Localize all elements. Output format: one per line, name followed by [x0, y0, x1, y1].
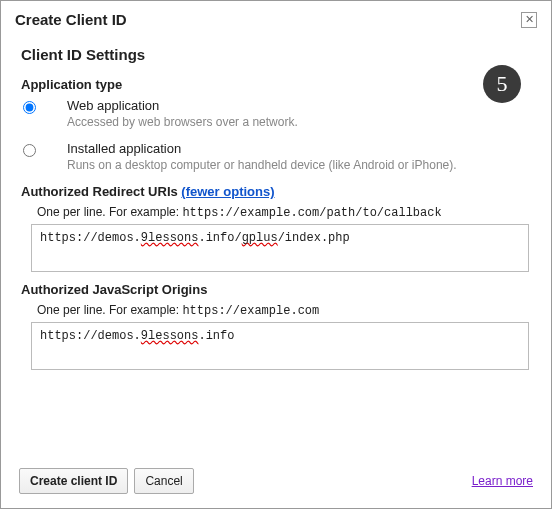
dialog-header: Create Client ID ✕ — [1, 1, 551, 34]
redirect-uris-input[interactable]: https://demos.9lessons.info/gplus/index.… — [31, 224, 529, 272]
radio-desc: Accessed by web browsers over a network. — [67, 115, 531, 129]
settings-heading: Client ID Settings — [21, 46, 531, 63]
cancel-button[interactable]: Cancel — [134, 468, 193, 494]
js-origins-heading: Authorized JavaScript Origins — [21, 282, 531, 297]
app-type-option-installed: Installed application Runs on a desktop … — [21, 141, 531, 172]
redirect-heading-text: Authorized Redirect URIs — [21, 184, 181, 199]
fewer-options-link[interactable]: (fewer options) — [181, 184, 274, 199]
learn-more-link[interactable]: Learn more — [472, 474, 533, 488]
js-origins-hint-example: https://example.com — [182, 304, 319, 318]
radio-label: Installed application — [67, 141, 531, 156]
radio-installed-application[interactable] — [23, 144, 36, 157]
redirect-hint-example: https://example.com/path/to/callback — [182, 206, 441, 220]
radio-web-application[interactable] — [23, 101, 36, 114]
js-origins-hint: One per line. For example: https://examp… — [37, 303, 531, 318]
redirect-hint-prefix: One per line. For example: — [37, 205, 182, 219]
dialog-footer: Create client ID Cancel Learn more — [1, 458, 551, 508]
dialog-body: 5 Client ID Settings Application type We… — [1, 34, 551, 458]
js-origins-hint-prefix: One per line. For example: — [37, 303, 182, 317]
dialog-title: Create Client ID — [15, 11, 127, 28]
redirect-hint: One per line. For example: https://examp… — [37, 205, 531, 220]
create-client-id-dialog: Create Client ID ✕ 5 Client ID Settings … — [0, 0, 552, 509]
radio-desc: Runs on a desktop computer or handheld d… — [67, 158, 531, 172]
app-type-heading: Application type — [21, 77, 531, 92]
create-client-id-button[interactable]: Create client ID — [19, 468, 128, 494]
close-icon[interactable]: ✕ — [521, 12, 537, 28]
js-origins-input[interactable]: https://demos.9lessons.info — [31, 322, 529, 370]
radio-label: Web application — [67, 98, 531, 113]
app-type-option-web: Web application Accessed by web browsers… — [21, 98, 531, 129]
redirect-uris-heading: Authorized Redirect URIs (fewer options) — [21, 184, 531, 199]
step-badge: 5 — [483, 65, 521, 103]
